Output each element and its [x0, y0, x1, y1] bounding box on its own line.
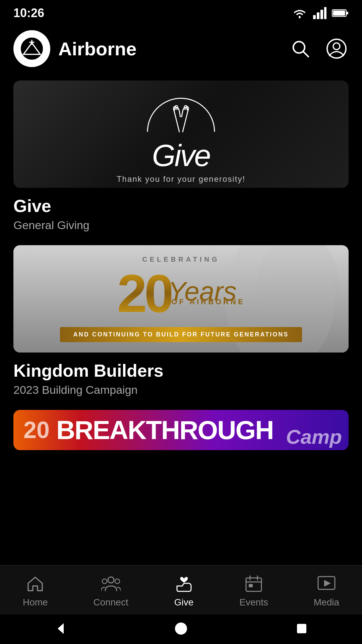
nav-item-home[interactable]: Home	[23, 574, 48, 608]
media-icon	[316, 574, 337, 594]
kingdom-card-title: Kingdom Builders	[13, 361, 349, 381]
kingdom-card-subtitle: 2023 Building Campaign	[13, 383, 349, 396]
profile-button[interactable]	[324, 37, 349, 61]
svg-rect-24	[249, 584, 253, 587]
nav-home-button[interactable]	[174, 621, 188, 636]
breakthrough-card-image: 20 BREAKTHROUGH Camp	[13, 410, 349, 450]
building-banner-text: AND CONTINUING TO BUILD FOR FUTURE GENER…	[73, 331, 289, 338]
svg-rect-7	[333, 11, 345, 16]
scroll-content: Give Thank you for your generosity! Give…	[0, 74, 362, 531]
svg-rect-29	[297, 624, 306, 633]
svg-rect-2	[317, 12, 319, 19]
kingdom-content: CELEBRATING 20 Years of AIRBORNE AND CON…	[13, 245, 349, 353]
connect-icon	[101, 574, 121, 594]
give-thank-you: Thank you for your generosity!	[117, 174, 245, 184]
status-icons	[292, 7, 349, 19]
home-icon	[25, 574, 45, 594]
svg-rect-3	[320, 10, 323, 19]
give-card-image: Give Thank you for your generosity!	[13, 80, 349, 188]
nav-item-connect[interactable]: Connect	[93, 574, 128, 608]
give-card-subtitle: General Giving	[13, 219, 349, 232]
svg-rect-6	[347, 12, 348, 14]
app-logo[interactable]	[13, 30, 50, 67]
search-button[interactable]	[288, 37, 312, 61]
svg-marker-26	[324, 580, 331, 587]
nav-item-give[interactable]: Give	[174, 574, 194, 608]
svg-point-0	[299, 16, 301, 18]
svg-line-12	[303, 51, 308, 57]
system-nav-bar	[0, 614, 362, 644]
breakthrough-text: BREAKTHROUGH	[56, 415, 274, 445]
nav-item-events[interactable]: Events	[239, 574, 268, 608]
give-card[interactable]: Give Thank you for your generosity! Give…	[13, 80, 349, 232]
kingdom-builders-card[interactable]: CELEBRATING 20 Years of AIRBORNE AND CON…	[13, 245, 349, 396]
bottom-nav-wrapper: Home Connect	[0, 565, 362, 644]
give-icon	[174, 574, 194, 594]
twenty-years: 20 Years of AIRBORNE	[117, 267, 245, 320]
status-time: 10:26	[13, 6, 44, 20]
svg-marker-27	[58, 623, 64, 634]
years-number: 20	[117, 267, 171, 320]
nav-label-give: Give	[174, 597, 194, 608]
nav-label-media: Media	[314, 597, 339, 608]
give-card-title: Give	[13, 196, 349, 216]
wifi-icon	[292, 7, 308, 19]
nav-label-connect: Connect	[93, 597, 128, 608]
signal-icon	[313, 7, 326, 19]
app-bottom-nav: Home Connect	[0, 565, 362, 614]
give-title-overlay: Give	[152, 139, 210, 173]
app-title: Airborne	[58, 38, 136, 60]
svg-rect-20	[246, 578, 261, 591]
nav-recent-button[interactable]	[294, 621, 309, 636]
kingdom-card-image: CELEBRATING 20 Years of AIRBORNE AND CON…	[13, 245, 349, 353]
svg-rect-4	[324, 7, 326, 19]
app-header: Airborne	[0, 23, 362, 74]
svg-rect-1	[313, 15, 316, 19]
nav-item-media[interactable]: Media	[314, 574, 339, 608]
of-airborne: of AIRBORNE	[171, 298, 245, 306]
svg-point-19	[115, 579, 120, 584]
events-icon	[244, 574, 264, 594]
svg-point-28	[175, 623, 187, 635]
status-bar: 10:26	[0, 0, 362, 23]
svg-point-17	[108, 577, 114, 583]
nav-back-button[interactable]	[53, 621, 68, 636]
header-action-icons	[288, 37, 349, 61]
celebrating-text: CELEBRATING	[142, 256, 220, 263]
nav-label-home: Home	[23, 597, 48, 608]
breakthrough-card[interactable]: 20 BREAKTHROUGH Camp	[13, 410, 349, 450]
svg-point-18	[102, 579, 107, 584]
battery-icon	[332, 8, 349, 18]
give-arc-icon	[137, 85, 225, 139]
nav-label-events: Events	[239, 597, 268, 608]
building-banner: AND CONTINUING TO BUILD FOR FUTURE GENER…	[60, 327, 302, 342]
svg-point-14	[333, 43, 340, 50]
